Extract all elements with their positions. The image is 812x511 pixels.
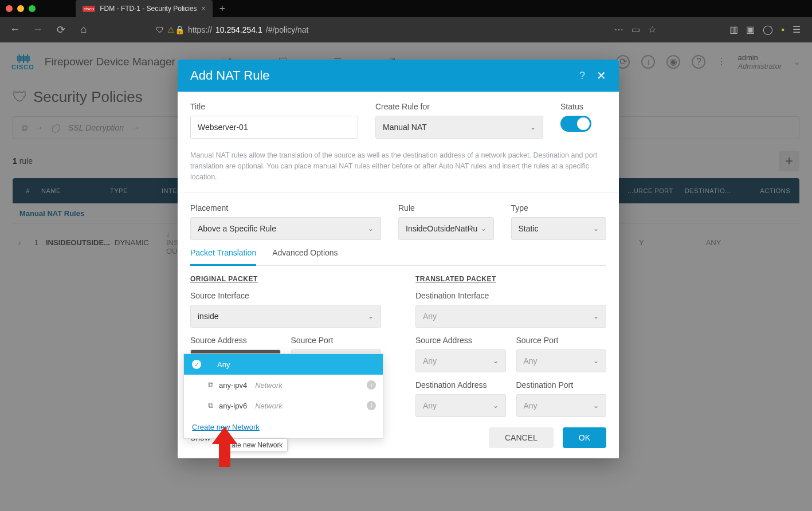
- dots-icon[interactable]: ⋯: [614, 24, 623, 35]
- type-label: Type: [511, 203, 607, 213]
- src-addr-dropdown: ✓ Any ⧉ any-ipv4 Network i ⧉ any-ipv6 Ne…: [183, 353, 383, 439]
- rule-select[interactable]: InsideOutsideNatRu⌄: [398, 217, 494, 240]
- original-packet-header: ORIGINAL PACKET: [190, 275, 381, 283]
- chevron-down-icon: ⌄: [481, 225, 487, 233]
- chevron-down-icon: ⌄: [368, 312, 374, 320]
- url-prefix: https://: [188, 25, 212, 34]
- chevron-down-icon: ⌄: [593, 312, 599, 320]
- dst-if-select[interactable]: Any⌄: [415, 305, 606, 328]
- dropdown-option-any-ipv4[interactable]: ⧉ any-ipv4 Network i: [184, 375, 383, 395]
- src-port-label: Source Port: [291, 336, 382, 345]
- ok-button[interactable]: OK: [563, 427, 606, 448]
- trans-src-port-select[interactable]: Any⌄: [516, 349, 607, 372]
- library-icon[interactable]: ▥: [729, 24, 738, 35]
- chevron-down-icon: ⌄: [368, 225, 374, 233]
- modal-help-icon[interactable]: ?: [579, 70, 585, 82]
- url-bar[interactable]: 🛡 ⚠🔒 https://10.254.254.1/#/policy/nat: [156, 25, 607, 34]
- dropdown-option-any[interactable]: ✓ Any: [184, 354, 383, 375]
- dst-port-label: Destination Port: [516, 380, 607, 390]
- status-label: Status: [560, 102, 606, 111]
- create-rule-select[interactable]: Manual NAT ⌄: [375, 116, 543, 139]
- network-icon: ⧉: [208, 401, 213, 410]
- type-select[interactable]: Static⌄: [511, 217, 607, 240]
- tab-favicon: cisco: [83, 6, 95, 12]
- src-if-label: Source Interface: [190, 291, 381, 300]
- annotation-arrow-icon: [212, 427, 237, 469]
- trans-dst-port-select[interactable]: Any⌄: [516, 394, 607, 417]
- dst-if-label: Destination Interface: [415, 291, 606, 300]
- network-icon: ⧉: [208, 380, 213, 390]
- title-input[interactable]: [190, 116, 358, 139]
- menu-icon[interactable]: ☰: [793, 24, 801, 35]
- placement-select[interactable]: Above a Specific Rule⌄: [190, 217, 381, 240]
- tab-packet-translation[interactable]: Packet Translation: [190, 248, 256, 266]
- window-close-icon[interactable]: [6, 5, 13, 12]
- tab-advanced-options[interactable]: Advanced Options: [272, 248, 338, 265]
- chevron-down-icon: ⌄: [593, 402, 599, 410]
- dst-addr-label: Destination Address: [415, 380, 506, 390]
- nav-home-button[interactable]: ⌂: [76, 22, 92, 38]
- chevron-down-icon: ⌄: [530, 123, 536, 131]
- rule-label: Rule: [398, 203, 494, 213]
- account-icon[interactable]: ◯: [763, 24, 773, 35]
- reader-icon[interactable]: ▭: [631, 24, 640, 35]
- nav-forward-button[interactable]: →: [30, 22, 46, 38]
- chevron-down-icon: ⌄: [593, 357, 599, 365]
- modal-close-icon[interactable]: ✕: [597, 69, 606, 82]
- modal-title: Add NAT Rule: [190, 68, 579, 83]
- placement-label: Placement: [190, 203, 381, 213]
- url-host: 10.254.254.1: [215, 25, 262, 34]
- info-icon[interactable]: i: [367, 401, 376, 410]
- tab-close-icon[interactable]: ×: [202, 5, 206, 13]
- sidebar-icon[interactable]: ▣: [746, 24, 755, 35]
- lock-warn-icon: ⚠🔒: [167, 25, 185, 34]
- dropdown-option-any-ipv6[interactable]: ⧉ any-ipv6 Network i: [184, 395, 383, 416]
- svg-marker-0: [212, 427, 237, 467]
- title-label: Title: [190, 102, 358, 111]
- nav-reload-button[interactable]: ⟳: [53, 22, 69, 38]
- chevron-down-icon: ⌄: [593, 225, 599, 233]
- chevron-down-icon: ⌄: [493, 357, 499, 365]
- tab-title: FDM - FTD-1 - Security Policies: [100, 5, 197, 13]
- nav-back-button[interactable]: ←: [7, 22, 23, 38]
- ext-icon[interactable]: ▪: [781, 25, 784, 35]
- window-titlebar: cisco FDM - FTD-1 - Security Policies × …: [0, 0, 812, 17]
- src-addr-label2: Source Address: [415, 336, 506, 345]
- trans-dst-addr-select[interactable]: Any⌄: [415, 394, 506, 417]
- trans-src-addr-select[interactable]: Any⌄: [415, 349, 506, 372]
- check-icon: ✓: [192, 360, 201, 369]
- browser-toolbar: ← → ⟳ ⌂ 🛡 ⚠🔒 https://10.254.254.1/#/poli…: [0, 17, 812, 42]
- info-icon[interactable]: i: [367, 380, 376, 390]
- translated-packet-header: TRANSLATED PACKET: [415, 275, 606, 283]
- create-rule-label: Create Rule for: [375, 102, 543, 111]
- cancel-button[interactable]: CANCEL: [489, 427, 554, 448]
- nat-rule-description: Manual NAT rules allow the translation o…: [190, 147, 606, 192]
- src-addr-label: Source Address: [190, 336, 281, 345]
- url-path: /#/policy/nat: [266, 25, 309, 34]
- chevron-down-icon: ⌄: [493, 402, 499, 410]
- window-minimize-icon[interactable]: [17, 5, 24, 12]
- status-toggle[interactable]: [560, 116, 591, 132]
- src-port-label2: Source Port: [516, 336, 607, 345]
- new-tab-button[interactable]: +: [219, 3, 226, 15]
- shield-icon: 🛡: [156, 25, 164, 34]
- src-if-select[interactable]: inside⌄: [190, 305, 381, 328]
- bookmark-star-icon[interactable]: ☆: [648, 24, 656, 35]
- browser-tab[interactable]: cisco FDM - FTD-1 - Security Policies ×: [76, 0, 213, 17]
- window-maximize-icon[interactable]: [29, 5, 36, 12]
